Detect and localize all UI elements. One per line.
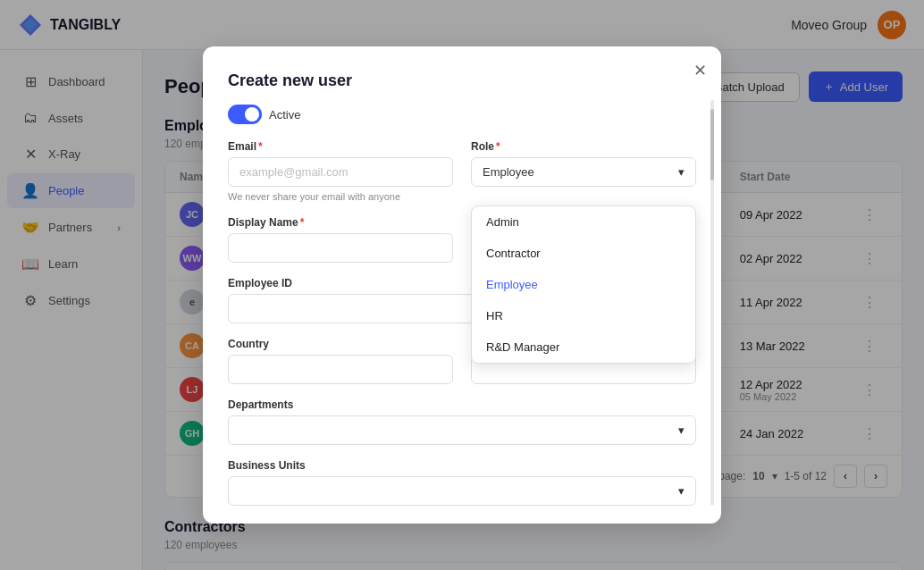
role-option-rd[interactable]: R&D Manager <box>472 331 695 363</box>
email-hint: We never share your email with anyone <box>228 191 453 202</box>
toggle-label: Active <box>269 108 300 122</box>
create-user-modal: Create new user ✕ Active Email* We never… <box>203 46 721 524</box>
scrollbar-track <box>710 100 714 506</box>
active-toggle-row: Active <box>228 105 696 124</box>
display-name-input[interactable] <box>228 233 453 263</box>
country-group: Country <box>228 338 453 384</box>
departments-dropdown[interactable]: ▾ <box>228 415 696 445</box>
role-dropdown[interactable]: Employee ▾ <box>471 157 696 187</box>
departments-group: Departments ▾ <box>228 398 696 445</box>
display-name-group: Display Name* <box>228 216 453 263</box>
chevron-down-icon: ▾ <box>678 165 685 179</box>
role-option-hr[interactable]: HR <box>472 300 695 331</box>
chevron-down-icon: ▾ <box>678 423 685 437</box>
role-group: Role* Employee ▾ Admin Contractor Employ… <box>471 140 696 202</box>
email-group: Email* We never share your email with an… <box>228 140 453 202</box>
role-option-employee[interactable]: Employee <box>472 269 695 300</box>
departments-label: Departments <box>228 398 696 411</box>
email-input[interactable] <box>228 157 453 187</box>
role-label: Role* <box>471 140 696 153</box>
role-dropdown-menu: Admin Contractor Employee HR R&D Manager <box>471 205 696 364</box>
business-units-group: Business Units ▾ <box>228 459 696 506</box>
chevron-down-icon: ▾ <box>678 484 685 498</box>
role-option-contractor[interactable]: Contractor <box>472 238 695 269</box>
active-toggle[interactable] <box>228 105 262 124</box>
country-input[interactable] <box>228 355 453 384</box>
form-grid: Email* We never share your email with an… <box>228 140 696 506</box>
modal-title: Create new user <box>228 71 696 90</box>
modal-overlay[interactable]: Create new user ✕ Active Email* We never… <box>0 0 924 570</box>
modal-close-button[interactable]: ✕ <box>693 61 707 80</box>
role-option-admin[interactable]: Admin <box>472 206 695 238</box>
display-name-label: Display Name* <box>228 216 453 229</box>
business-units-label: Business Units <box>228 459 696 472</box>
country-label: Country <box>228 338 453 350</box>
business-units-dropdown[interactable]: ▾ <box>228 476 696 506</box>
email-label: Email* <box>228 140 453 153</box>
scrollbar-thumb <box>710 109 714 180</box>
